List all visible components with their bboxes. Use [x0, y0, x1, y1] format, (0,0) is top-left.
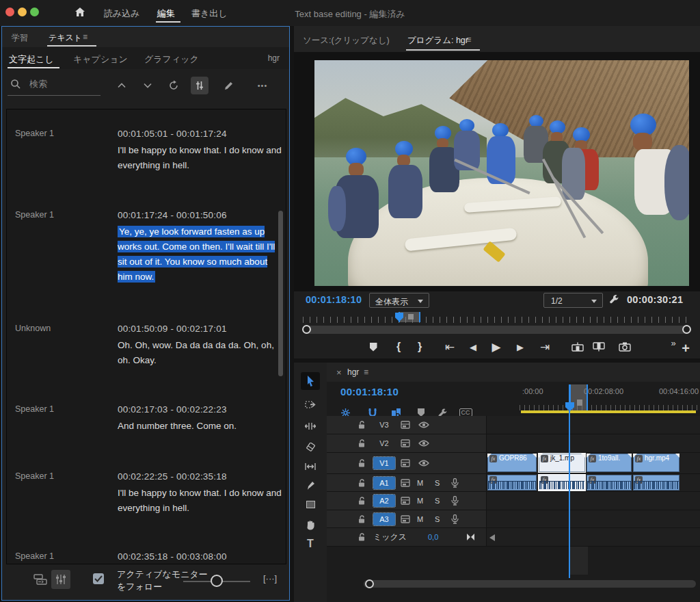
search-input[interactable]: [29, 79, 98, 89]
monitor-timeline-ruler[interactable]: [303, 312, 690, 323]
filter-icon[interactable]: [191, 77, 208, 94]
hand-tool-icon[interactable]: [301, 516, 320, 534]
chevron-up-icon[interactable]: [113, 77, 131, 94]
lock-icon[interactable]: [358, 478, 366, 487]
monitor-zoom-scrollbar[interactable]: [303, 326, 690, 334]
track-select-tool-icon[interactable]: [301, 395, 320, 413]
sync-lock-icon[interactable]: [401, 515, 410, 523]
video-clip[interactable]: fx GOPR86: [487, 454, 537, 472]
pen-tool-icon[interactable]: [301, 477, 320, 495]
timeline-hscrollbar[interactable]: [364, 580, 696, 588]
sync-lock-icon[interactable]: [401, 479, 410, 487]
solo-button[interactable]: S: [435, 515, 440, 523]
lift-icon[interactable]: [569, 338, 587, 356]
caption-blocks-icon[interactable]: [31, 570, 50, 589]
tab-text[interactable]: テキスト: [49, 32, 82, 44]
playback-resolution-select[interactable]: 1/2: [543, 293, 603, 308]
subtab-transcript[interactable]: 文字起こし: [9, 53, 54, 66]
solo-button[interactable]: S: [435, 497, 440, 505]
lock-icon[interactable]: [358, 533, 366, 542]
track-v1-content[interactable]: fx GOPR86 fx jk_1.mp fx 1to9all. fx: [487, 453, 700, 473]
track-a1-content[interactable]: fx fx fx fx: [487, 474, 700, 491]
track-a2-target[interactable]: A2: [373, 495, 395, 507]
toggle-track-output-eye-icon[interactable]: [418, 460, 429, 467]
export-frame-camera-icon[interactable]: [616, 338, 634, 356]
program-panel-menu-icon[interactable]: ≡: [466, 35, 471, 44]
track-a3-content[interactable]: [487, 510, 700, 527]
lock-icon[interactable]: [358, 421, 366, 430]
timeline-playhead-line[interactable]: [569, 384, 570, 578]
entry-text-highlighted[interactable]: Ye, ye, ye look forward fasten as up wor…: [118, 224, 282, 285]
video-clip[interactable]: fx hgr.mp4: [633, 454, 679, 472]
timeline-panel-menu-icon[interactable]: ≡: [364, 367, 368, 377]
track-a1-target[interactable]: A1: [373, 477, 395, 489]
mark-in-icon[interactable]: {: [390, 338, 407, 356]
edit-pencil-icon[interactable]: [219, 77, 237, 94]
play-icon[interactable]: ▶: [487, 338, 505, 356]
track-a2-content[interactable]: [487, 492, 700, 510]
timeline-timecode[interactable]: 00:01:18:10: [340, 386, 399, 397]
audio-clip-selected[interactable]: fx: [539, 475, 585, 490]
settings-wrench-icon[interactable]: [608, 293, 620, 305]
retranscribe-icon[interactable]: [165, 77, 183, 94]
voiceover-mic-icon[interactable]: [451, 496, 459, 506]
step-back-icon[interactable]: ◀: [464, 338, 482, 356]
selection-tool-icon[interactable]: [301, 372, 320, 390]
voiceover-mic-icon[interactable]: [451, 514, 459, 524]
tab-source[interactable]: ソース:(クリップなし): [303, 35, 390, 47]
video-clip-selected[interactable]: fx jk_1.mp: [539, 454, 585, 472]
track-mix-content[interactable]: [487, 528, 700, 546]
extract-icon[interactable]: [590, 338, 608, 356]
button-editor-plus[interactable]: +: [677, 339, 695, 357]
more-options-icon[interactable]: •••: [254, 77, 271, 94]
mark-out-icon[interactable]: }: [411, 338, 429, 356]
current-timecode[interactable]: 00:01:18:10: [306, 294, 362, 305]
timeline-hscrollbar-knob[interactable]: [365, 579, 374, 588]
add-marker-icon[interactable]: [364, 338, 382, 356]
sync-lock-icon[interactable]: [401, 459, 410, 467]
entry-text[interactable]: I'll be happy to know that. I do know an…: [118, 486, 282, 516]
lock-icon[interactable]: [358, 459, 366, 468]
track-v2-target[interactable]: V2: [373, 437, 395, 449]
ripple-edit-tool-icon[interactable]: [301, 417, 320, 435]
razor-tool-icon[interactable]: [301, 439, 320, 456]
audio-clip[interactable]: fx: [633, 475, 679, 490]
audio-clip[interactable]: fx: [587, 475, 632, 490]
mix-gain-value[interactable]: 0,0: [428, 533, 438, 541]
solo-button[interactable]: S: [435, 479, 440, 487]
panel-menu-icon[interactable]: ≡: [83, 32, 88, 42]
zoom-handle-right[interactable]: [682, 325, 691, 334]
chevron-down-icon[interactable]: [139, 77, 157, 94]
sequence-tab-label[interactable]: hgr: [347, 367, 359, 377]
subtab-captions[interactable]: キャプション: [73, 53, 128, 66]
text-size-slider-knob[interactable]: [211, 575, 223, 587]
tab-program[interactable]: プログラム: hgr: [407, 35, 468, 47]
inout-handle[interactable]: [577, 400, 582, 406]
video-clip[interactable]: fx 1to9all.: [587, 454, 632, 472]
inout-handle[interactable]: [408, 314, 414, 319]
lock-icon[interactable]: [358, 514, 366, 523]
keyframe-bowtie-icon[interactable]: [466, 534, 475, 540]
track-a3-target[interactable]: A3: [373, 513, 395, 525]
subtab-graphics[interactable]: グラフィック: [144, 53, 199, 66]
track-mixer-icon[interactable]: [51, 570, 70, 589]
slip-tool-icon[interactable]: [301, 458, 320, 475]
follow-active-monitor-checkbox[interactable]: [93, 573, 104, 584]
track-v3-content[interactable]: [487, 416, 700, 434]
close-sequence-icon[interactable]: ×: [336, 367, 342, 378]
lock-icon[interactable]: [358, 439, 366, 448]
voiceover-mic-icon[interactable]: [451, 478, 459, 488]
zoom-handle-left[interactable]: [302, 325, 311, 334]
work-area-bar[interactable]: [521, 410, 696, 413]
track-v2-content[interactable]: [487, 434, 700, 452]
sync-lock-icon[interactable]: [401, 421, 410, 429]
step-forward-icon[interactable]: ▶: [511, 338, 529, 356]
rectangle-tool-icon[interactable]: [301, 495, 320, 513]
track-v1-target[interactable]: V1: [373, 457, 395, 469]
entry-text[interactable]: And number three. Come on.: [118, 419, 282, 434]
sync-lock-icon[interactable]: [401, 497, 410, 505]
mute-button[interactable]: M: [417, 479, 423, 487]
track-v3-target[interactable]: V3: [373, 419, 395, 431]
entry-text[interactable]: Oh. Oh, wow. Da da da da da. Oh, oh, oh.…: [118, 338, 282, 368]
type-tool-icon[interactable]: T: [301, 535, 320, 553]
